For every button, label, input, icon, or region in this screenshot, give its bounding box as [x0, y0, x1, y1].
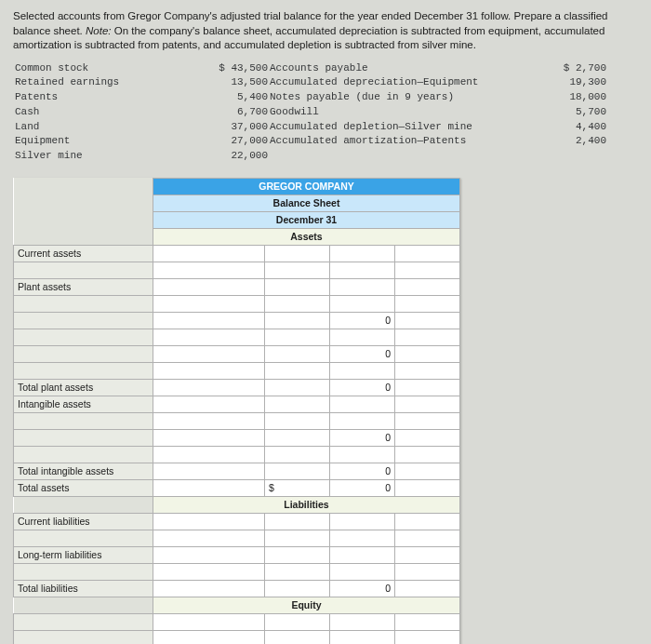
input-cell[interactable]	[14, 446, 153, 463]
input-cell[interactable]	[153, 546, 265, 563]
input-cell[interactable]	[153, 530, 265, 546]
input-cell[interactable]	[330, 446, 395, 463]
input-cell[interactable]	[330, 530, 395, 546]
input-cell[interactable]	[265, 580, 330, 597]
input-cell[interactable]	[14, 362, 153, 379]
input-cell[interactable]	[330, 613, 395, 630]
input-cell[interactable]	[153, 345, 265, 362]
tb-right-label: Accounts payable	[270, 62, 539, 75]
input-cell[interactable]	[153, 412, 265, 429]
input-cell[interactable]	[265, 530, 330, 546]
tb-left-amount: $ 43,500	[203, 62, 268, 75]
dollar-sign: $	[265, 479, 330, 496]
input-cell[interactable]	[14, 429, 153, 446]
input-cell[interactable]	[330, 362, 395, 379]
input-cell[interactable]	[153, 429, 265, 446]
input-cell[interactable]	[395, 463, 460, 479]
input-cell[interactable]	[265, 278, 330, 295]
input-cell[interactable]	[395, 295, 460, 312]
input-cell[interactable]	[153, 278, 265, 295]
input-cell[interactable]	[330, 396, 395, 412]
input-cell[interactable]	[330, 262, 395, 278]
input-cell[interactable]	[330, 412, 395, 429]
input-cell[interactable]	[265, 345, 330, 362]
input-cell[interactable]	[153, 463, 265, 479]
input-cell[interactable]	[265, 262, 330, 278]
input-cell[interactable]	[395, 429, 460, 446]
input-cell[interactable]	[265, 412, 330, 429]
input-cell[interactable]	[265, 396, 330, 412]
input-cell[interactable]	[395, 329, 460, 345]
input-cell[interactable]	[265, 546, 330, 563]
input-cell[interactable]	[330, 630, 395, 644]
input-cell[interactable]	[265, 245, 330, 262]
input-cell[interactable]	[265, 563, 330, 580]
input-cell[interactable]	[265, 312, 330, 329]
input-cell[interactable]	[265, 630, 330, 644]
input-cell[interactable]	[153, 312, 265, 329]
input-cell[interactable]	[330, 563, 395, 580]
input-cell[interactable]	[14, 412, 153, 429]
input-cell[interactable]	[395, 479, 460, 496]
input-cell[interactable]	[153, 329, 265, 345]
input-cell[interactable]	[14, 530, 153, 546]
input-cell[interactable]	[330, 245, 395, 262]
total-intangible-assets-label: Total intangible assets	[14, 463, 153, 479]
input-cell[interactable]	[395, 245, 460, 262]
input-cell[interactable]	[153, 295, 265, 312]
input-cell[interactable]	[153, 396, 265, 412]
input-cell[interactable]	[265, 362, 330, 379]
input-cell[interactable]	[265, 513, 330, 530]
input-cell[interactable]	[395, 613, 460, 630]
input-cell[interactable]	[153, 630, 265, 644]
input-cell[interactable]	[14, 630, 153, 644]
input-cell[interactable]	[330, 513, 395, 530]
input-cell[interactable]	[330, 329, 395, 345]
input-cell[interactable]	[395, 345, 460, 362]
input-cell[interactable]	[265, 329, 330, 345]
input-cell[interactable]	[330, 278, 395, 295]
input-cell[interactable]	[395, 278, 460, 295]
input-cell[interactable]	[395, 262, 460, 278]
input-cell[interactable]	[265, 613, 330, 630]
input-cell[interactable]	[14, 295, 153, 312]
input-cell[interactable]	[265, 429, 330, 446]
input-cell[interactable]	[14, 262, 153, 278]
input-cell[interactable]	[395, 630, 460, 644]
input-cell[interactable]	[14, 312, 153, 329]
input-cell[interactable]	[14, 613, 153, 630]
input-cell[interactable]	[395, 412, 460, 429]
input-cell[interactable]	[153, 513, 265, 530]
input-cell[interactable]	[395, 563, 460, 580]
input-cell[interactable]	[395, 546, 460, 563]
input-cell[interactable]	[395, 396, 460, 412]
input-cell[interactable]	[153, 362, 265, 379]
input-cell[interactable]	[265, 379, 330, 396]
input-cell[interactable]	[153, 580, 265, 597]
input-cell[interactable]	[153, 245, 265, 262]
input-cell[interactable]	[265, 446, 330, 463]
input-cell[interactable]	[14, 345, 153, 362]
input-cell[interactable]	[265, 295, 330, 312]
input-cell[interactable]	[395, 312, 460, 329]
input-cell[interactable]	[330, 295, 395, 312]
input-cell[interactable]	[395, 513, 460, 530]
input-cell[interactable]	[153, 262, 265, 278]
input-cell[interactable]	[153, 563, 265, 580]
input-cell[interactable]	[395, 362, 460, 379]
input-cell[interactable]	[395, 580, 460, 597]
input-cell[interactable]	[330, 546, 395, 563]
trial-balance-table: Common stock $ 43,500 Accounts payable $…	[13, 60, 608, 165]
input-cell[interactable]	[395, 530, 460, 546]
input-cell[interactable]	[395, 379, 460, 396]
input-cell[interactable]	[265, 463, 330, 479]
total-liabilities-label: Total liabilities	[14, 580, 153, 597]
input-cell[interactable]	[153, 613, 265, 630]
input-cell[interactable]	[153, 479, 265, 496]
input-cell[interactable]	[153, 446, 265, 463]
input-cell[interactable]	[153, 379, 265, 396]
input-cell[interactable]	[14, 563, 153, 580]
input-cell[interactable]	[14, 329, 153, 345]
current-assets-label: Current assets	[14, 245, 153, 262]
input-cell[interactable]	[395, 446, 460, 463]
